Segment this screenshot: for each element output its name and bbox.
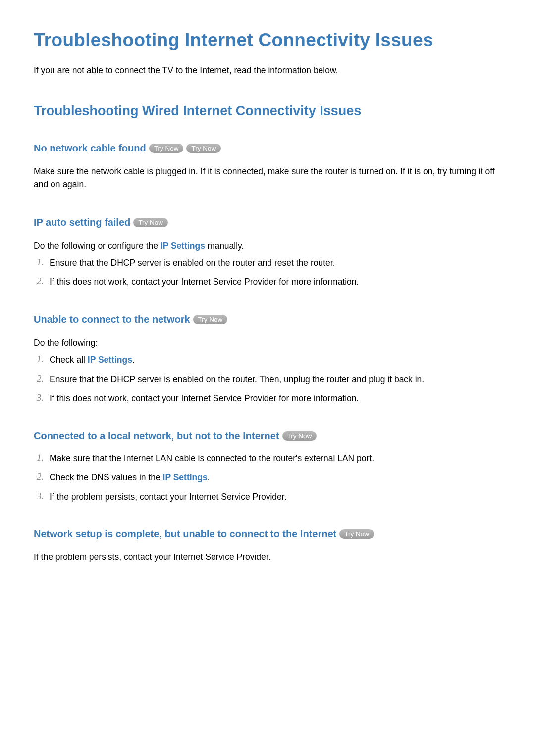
sub-heading: IP auto setting failed Try Now [34,217,501,228]
list-number: 1. [34,453,50,463]
sub-heading: No network cable found Try Now Try Now [34,143,501,154]
sub-heading-text: Network setup is complete, but unable to… [34,528,336,540]
list-number: 1. [34,257,50,268]
list-number: 1. [34,354,50,365]
try-now-button[interactable]: Try Now [133,218,168,227]
intro-text: If you are not able to connect the TV to… [34,65,501,76]
list-item: 1. Check all IP Settings. [34,354,501,366]
sub-heading: Connected to a local network, but not to… [34,430,501,442]
section-local-only: Connected to a local network, but not to… [34,430,501,503]
ip-settings-link[interactable]: IP Settings [163,472,208,482]
body-text: Make sure the network cable is plugged i… [34,165,501,191]
list-text-post: . [132,355,135,365]
section-ip-auto: IP auto setting failed Try Now Do the fo… [34,217,501,288]
list-text-pre: Check all [50,355,88,365]
list-text: Check all IP Settings. [50,354,135,366]
list-item: 3. If the problem persists, contact your… [34,491,501,503]
sub-heading-text: Unable to connect to the network [34,314,190,325]
list-text: Make sure that the Internet LAN cable is… [50,453,374,465]
list-item: 2. If this does not work, contact your I… [34,276,501,288]
ip-settings-link[interactable]: IP Settings [88,355,132,365]
list-text: Ensure that the DHCP server is enabled o… [50,373,424,386]
lead-text-post: manually. [205,241,244,251]
list-text: If this does not work, contact your Inte… [50,276,359,288]
list-item: 2. Ensure that the DHCP server is enable… [34,373,501,386]
list-text-post: . [208,472,210,482]
sub-heading-text: No network cable found [34,143,146,154]
list-text: If the problem persists, contact your In… [50,491,287,503]
list-item: 1. Ensure that the DHCP server is enable… [34,257,501,269]
try-now-button[interactable]: Try Now [282,431,317,441]
page-title: Troubleshooting Internet Connectivity Is… [34,30,501,50]
list-text-pre: Check the DNS values in the [50,472,163,482]
body-text: Do the following or configure the IP Set… [34,239,501,252]
try-now-button[interactable]: Try Now [149,144,184,153]
lead-text: Do the following or configure the [34,241,160,251]
body-text: Do the following: [34,336,501,349]
section-heading: Troubleshooting Wired Internet Connectiv… [34,103,501,119]
list-item: 3. If this does not work, contact your I… [34,392,501,404]
list-text: Check the DNS values in the IP Settings. [50,471,210,484]
body-text: If the problem persists, contact your In… [34,551,501,563]
list-number: 3. [34,392,50,403]
ip-settings-link[interactable]: IP Settings [160,241,205,251]
list-number: 2. [34,471,50,482]
list-item: 1. Make sure that the Internet LAN cable… [34,453,501,465]
section-no-cable: No network cable found Try Now Try Now M… [34,143,501,191]
section-setup-complete: Network setup is complete, but unable to… [34,528,501,563]
section-unable-connect: Unable to connect to the network Try Now… [34,314,501,404]
list-number: 3. [34,491,50,502]
sub-heading-text: IP auto setting failed [34,217,130,228]
sub-heading: Unable to connect to the network Try Now [34,314,501,325]
try-now-button[interactable]: Try Now [339,529,374,539]
ordered-list: 1. Check all IP Settings. 2. Ensure that… [34,354,501,404]
try-now-button[interactable]: Try Now [193,315,228,324]
list-item: 2. Check the DNS values in the IP Settin… [34,471,501,484]
list-number: 2. [34,276,50,287]
list-number: 2. [34,373,50,384]
try-now-button[interactable]: Try Now [186,144,221,153]
list-text: Ensure that the DHCP server is enabled o… [50,257,335,269]
sub-heading-text: Connected to a local network, but not to… [34,430,279,442]
ordered-list: 1. Ensure that the DHCP server is enable… [34,257,501,288]
list-text: If this does not work, contact your Inte… [50,392,359,404]
sub-heading: Network setup is complete, but unable to… [34,528,501,540]
ordered-list: 1. Make sure that the Internet LAN cable… [34,453,501,503]
